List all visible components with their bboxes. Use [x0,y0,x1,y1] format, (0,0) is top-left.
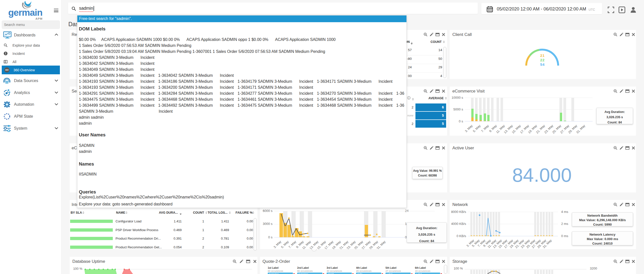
svg-text:3000 s: 3000 s [263,222,273,226]
svg-text:0 ms: 0 ms [561,234,568,238]
svg-text:6000 s: 6000 s [263,209,273,213]
svg-text:7. May: 7. May [480,124,490,133]
svg-text:100 %: 100 % [454,267,463,270]
svg-text:0 KB/s: 0 KB/s [456,234,466,238]
svg-text:2 ms: 2 ms [561,222,568,226]
svg-text:4000 KB/s: 4000 KB/s [451,222,466,226]
svg-text:8000 KB/s: 8000 KB/s [451,210,466,214]
svg-text:5000 s: 5000 s [453,107,463,111]
svg-text:7. May: 7. May [288,240,297,249]
svg-text:54: 54 [540,63,545,67]
svg-text:3. May: 3. May [273,240,282,249]
svg-text:5. May: 5. May [472,124,482,133]
svg-text:21: 21 [540,54,545,58]
svg-text:0 s: 0 s [459,119,463,123]
svg-text:4 ms: 4 ms [561,210,568,214]
svg-text:0 s: 0 s [268,235,273,239]
svg-text:100 %: 100 % [73,267,82,271]
svg-text:10000 s: 10000 s [452,96,463,99]
svg-text:3. May: 3. May [464,124,474,133]
svg-text:24: 24 [405,209,408,213]
svg-text:3200: 3200 [590,267,597,270]
svg-text:5. May: 5. May [280,240,290,249]
svg-text:31. May: 31. May [576,124,586,134]
svg-text:22: 22 [540,58,545,62]
